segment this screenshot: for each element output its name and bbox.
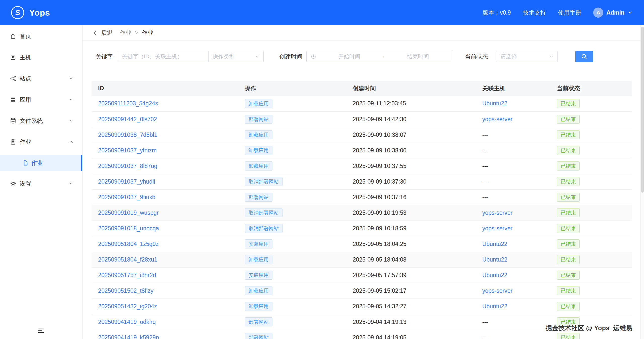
status-select[interactable]: 请选择: [496, 51, 558, 62]
chevron-down-icon: [549, 54, 554, 59]
host-empty: ---: [482, 319, 488, 325]
collapse-sidebar-icon[interactable]: [37, 327, 45, 334]
host-empty: ---: [482, 163, 488, 169]
job-id-link[interactable]: 202509091019_wuspgr: [98, 209, 158, 216]
host-link[interactable]: Ubuntu22: [482, 256, 507, 263]
status-tag: 已结束: [557, 255, 580, 264]
job-id-link[interactable]: 202509051757_i8hr2d: [98, 272, 156, 278]
table-row: 202509091037_yhudii取消部署网站2025-09-09 10:3…: [92, 174, 632, 189]
job-id-link[interactable]: 202509051432_ig204z: [98, 303, 157, 310]
sidebar-item-home[interactable]: 首页: [0, 28, 82, 44]
breadcrumb-trail: 作业 > 作业: [120, 29, 153, 37]
sidebar-item-filesystem[interactable]: 文件系统: [0, 113, 82, 129]
home-icon: [10, 33, 17, 40]
version-label: 版本：v0.9: [482, 9, 511, 17]
content-area: 关键字 操作类型 创建时间 开始时间 -: [83, 41, 644, 339]
job-id-link[interactable]: 202509091038_7d5bl1: [98, 132, 157, 138]
created-time: 2025-09-09 10:37:55: [353, 163, 407, 169]
search-button[interactable]: [575, 51, 593, 62]
scrollbar-thumb[interactable]: [641, 27, 644, 193]
host-link[interactable]: Ubuntu22: [482, 303, 507, 310]
table-header-row: ID 操作 创建时间 关联主机 当前状态: [92, 81, 632, 96]
column-header-operation: 操作: [238, 81, 346, 96]
operation-tag: 安装应用: [245, 239, 272, 248]
end-time-input[interactable]: 结束时间: [388, 53, 448, 60]
date-range-picker[interactable]: 开始时间 - 结束时间: [306, 51, 452, 62]
support-link[interactable]: 技术支持: [523, 9, 546, 17]
host-link[interactable]: yops-server: [482, 209, 512, 216]
table-row: 202509091442_0ls702部署网站2025-09-09 14:42:…: [92, 111, 632, 127]
table-row: 202509091019_wuspgr取消部署网站2025-09-09 10:1…: [92, 205, 632, 221]
job-id-link[interactable]: 202509091037_yfnizm: [98, 147, 157, 154]
sidebar-item-sites[interactable]: 站点: [0, 70, 82, 87]
operation-type-select[interactable]: 操作类型: [208, 51, 264, 62]
host-link[interactable]: Ubuntu22: [482, 241, 507, 247]
breadcrumb-section[interactable]: 作业: [120, 29, 131, 37]
host-link[interactable]: Ubuntu22: [482, 100, 507, 107]
created-time: 2025-09-09 10:19:53: [353, 209, 407, 216]
operation-tag: 卸载应用: [245, 146, 272, 155]
sidebar-item-label: 应用: [20, 96, 31, 104]
created-time: 2025-09-04 14:19:05: [353, 334, 407, 339]
host-empty: ---: [482, 178, 488, 185]
created-time: 2025-09-05 14:32:27: [353, 303, 407, 310]
operation-tag: 取消部署网站: [245, 224, 283, 233]
avatar[interactable]: A: [593, 8, 603, 18]
watermark-text: 掘金技术社区 @ Yops_运维易: [546, 324, 632, 332]
job-id-link[interactable]: 202509051502_t8flzy: [98, 287, 153, 294]
back-label: 后退: [101, 29, 113, 37]
job-id-link[interactable]: 202509041419_k5929p: [98, 334, 159, 339]
table-row: 202509091018_unocqa取消部署网站2025-09-09 10:1…: [92, 221, 632, 236]
keyword-input[interactable]: [117, 51, 209, 62]
back-button[interactable]: 后退: [93, 29, 113, 37]
job-id-link[interactable]: 202509091018_unocqa: [98, 225, 159, 232]
filesystem-icon: [10, 117, 17, 124]
status-placeholder: 请选择: [500, 53, 517, 60]
operation-tag: 安装应用: [245, 271, 272, 280]
table-row: 202509091037_8l87ug卸载应用2025-09-09 10:37:…: [92, 158, 632, 174]
host-icon: [10, 54, 17, 61]
created-time: 2025-09-09 10:37:16: [353, 194, 407, 200]
sidebar-item-apps[interactable]: 应用: [0, 92, 82, 108]
operation-tag: 卸载应用: [245, 99, 272, 108]
sidebar-item-settings[interactable]: 设置: [0, 176, 82, 192]
host-link[interactable]: yops-server: [482, 287, 512, 294]
job-id-link[interactable]: 202509091037_yhudii: [98, 178, 155, 185]
job-id-link[interactable]: 202509051804_f28xu1: [98, 256, 157, 263]
column-header-created: 创建时间: [346, 81, 476, 96]
created-time: 2025-09-09 10:38:00: [353, 147, 407, 154]
column-header-id: ID: [92, 81, 238, 96]
created-time: 2025-09-05 18:04:08: [353, 256, 407, 263]
column-header-host: 关联主机: [476, 81, 550, 96]
host-empty: ---: [482, 132, 488, 138]
host-link[interactable]: yops-server: [482, 225, 512, 232]
job-id-link[interactable]: 202509041419_odkirq: [98, 319, 156, 325]
user-menu[interactable]: A Admin: [593, 8, 633, 18]
host-link[interactable]: Ubuntu22: [482, 272, 507, 278]
manual-link[interactable]: 使用手册: [558, 9, 581, 17]
created-time: 2025-09-09 10:37:30: [353, 178, 407, 185]
job-id-link[interactable]: 202509111203_54g24s: [98, 100, 158, 107]
host-link[interactable]: yops-server: [482, 116, 512, 122]
job-id-link[interactable]: 202509091037_9tiuxb: [98, 194, 155, 200]
status-tag: 已结束: [557, 302, 580, 311]
start-time-input[interactable]: 开始时间: [319, 53, 379, 60]
sidebar-item-label: 主机: [20, 54, 31, 61]
status-tag: 已结束: [557, 208, 580, 217]
job-id-link[interactable]: 202509091037_8l87ug: [98, 163, 157, 169]
table-row: 202509091037_9tiuxb部署网站2025-09-09 10:37:…: [92, 189, 632, 205]
status-tag: 已结束: [557, 271, 580, 280]
operation-tag: 部署网站: [245, 333, 272, 339]
created-time: 2025-09-09 10:18:59: [353, 225, 407, 232]
vertical-scrollbar[interactable]: [640, 25, 644, 339]
created-time: 2025-09-05 15:02:17: [353, 287, 407, 294]
job-id-link[interactable]: 202509051804_1z5g9z: [98, 241, 158, 247]
sidebar: 首页 主机 站点 应用: [0, 25, 83, 339]
status-tag: 已结束: [557, 224, 580, 233]
sidebar-item-hosts[interactable]: 主机: [0, 49, 82, 65]
sidebar-subitem-jobs[interactable]: 作业: [0, 155, 82, 171]
operation-tag: 卸载应用: [245, 255, 272, 264]
job-id-link[interactable]: 202509091442_0ls702: [98, 116, 157, 122]
sidebar-item-jobs[interactable]: 作业: [0, 134, 82, 150]
operation-tag: 卸载应用: [245, 130, 272, 139]
